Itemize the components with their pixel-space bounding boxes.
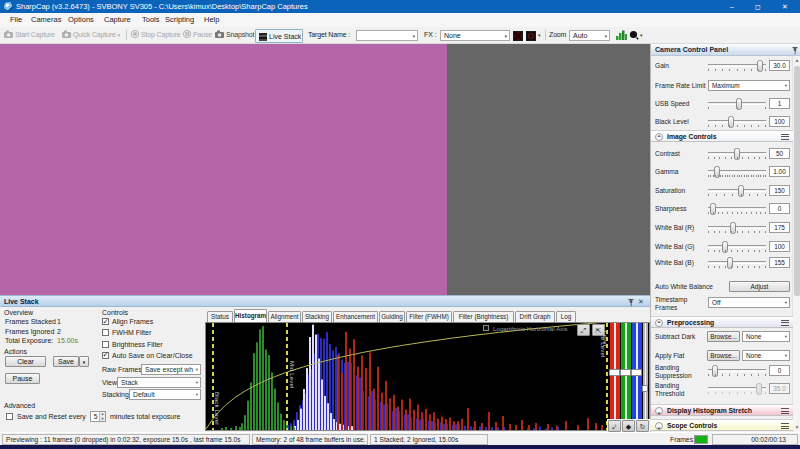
zoom-combo[interactable]: Auto▾ (569, 30, 610, 41)
snapshot-button[interactable]: Snapshot (215, 27, 254, 43)
minutes-spinbox[interactable]: 5▲▼ (90, 411, 106, 422)
log-axis-checkbox[interactable] (483, 325, 489, 331)
reset-stretch-button[interactable]: ↻ (636, 420, 649, 432)
spin-arrows[interactable]: ▲▼ (99, 412, 105, 421)
checkbox-brightness-filter[interactable] (102, 341, 109, 348)
value-banding-threshold[interactable]: 35.0 (769, 383, 790, 394)
checkbox-align-frames[interactable]: ✓ (102, 318, 109, 325)
slider-track-black-level[interactable] (708, 120, 766, 123)
stretch-handle-red[interactable] (609, 369, 620, 376)
stop-capture-button[interactable]: Stop Capture (131, 27, 180, 43)
pin-icon[interactable] (791, 45, 798, 54)
scrollbar-thumb[interactable] (794, 66, 800, 296)
save-reset-checkbox[interactable] (6, 413, 13, 420)
menu-item-tools[interactable]: Tools (142, 13, 160, 27)
menu-item-help[interactable]: Help (204, 13, 219, 27)
tab-filter-brightness-[interactable]: Filter (Brightness) (453, 311, 514, 322)
combo-subtract-dark[interactable]: None▾ (742, 331, 790, 342)
value-white-bal-b[interactable]: 155 (769, 257, 790, 268)
pause-button[interactable]: Pause (183, 27, 212, 43)
slider-track-saturation[interactable] (708, 189, 766, 192)
save-button[interactable]: Save (53, 356, 79, 367)
camera-panel-scrollbar[interactable]: ▲ ▼ (792, 56, 800, 432)
auto-stretch-button[interactable]: ⤦ (608, 420, 621, 432)
value-usb-speed[interactable]: 1 (769, 98, 790, 109)
value-black-level[interactable]: 100 (769, 116, 790, 127)
value-banding-suppression[interactable]: 0 (769, 365, 790, 376)
overview-label: Total Exposure: (5, 337, 53, 344)
expand-histogram-button[interactable]: ⤢ (577, 324, 590, 336)
scroll-up-icon[interactable]: ▲ (793, 56, 800, 65)
value-sharpness[interactable]: 0 (769, 203, 790, 214)
value-white-bal-g[interactable]: 100 (769, 241, 790, 252)
tab-histogram[interactable]: Histogram (234, 309, 267, 322)
menu-icon[interactable] (781, 423, 789, 429)
target-name-combo[interactable]: ▾ (356, 30, 418, 41)
menu-icon[interactable] (781, 408, 789, 414)
minimize-button[interactable]: – (719, 0, 745, 13)
stretch-bar-gray[interactable] (643, 323, 648, 420)
tab-log[interactable]: Log (556, 311, 576, 322)
stretch-handle-blue[interactable] (631, 369, 642, 376)
stretch-handle-gray[interactable] (642, 385, 648, 392)
combo-view[interactable]: Stack▾ (117, 377, 201, 388)
value-contrast[interactable]: 50 (769, 148, 790, 159)
menu-icon[interactable] (781, 134, 789, 140)
browse-button-subtract-dark[interactable]: Browse... (707, 331, 740, 342)
stretch-handle-green[interactable] (620, 369, 631, 376)
combo-timestamp-frames[interactable]: Off▾ (708, 297, 790, 308)
slider-track-sharpness[interactable] (708, 207, 766, 210)
menu-item-options[interactable]: Options (68, 13, 94, 27)
value-saturation[interactable]: 150 (769, 185, 790, 196)
color-swatch-button-2[interactable] (526, 31, 536, 41)
section-header-scope-controls[interactable]: ⌄Scope Controls (651, 419, 793, 431)
quick-capture-button[interactable]: Quick Capture ▾ (62, 27, 120, 43)
pause-button[interactable]: Pause (5, 373, 40, 384)
combo-apply-flat[interactable]: None▾ (742, 350, 790, 361)
color-swatch-button-1[interactable] (513, 31, 523, 41)
tab-status[interactable]: Status (207, 311, 233, 322)
value-gamma[interactable]: 1.00 (769, 166, 790, 177)
scroll-down-icon[interactable]: ▼ (793, 423, 800, 432)
browse-button-apply-flat[interactable]: Browse... (707, 350, 740, 361)
live-stack-button[interactable]: Live Stack (255, 29, 303, 43)
tab-filter-fwhm-[interactable]: Filter (FWHM) (406, 311, 452, 322)
tab-enhancement[interactable]: Enhancement (333, 311, 378, 322)
menu-item-cameras[interactable]: Cameras (31, 13, 61, 27)
maximize-button[interactable]: ◻ (745, 0, 771, 13)
tab-alignment[interactable]: Alignment (268, 311, 301, 322)
chevron-down-icon[interactable]: ▾ (640, 27, 642, 43)
section-header-preprocessing[interactable]: ⌃Preprocessing (651, 316, 793, 328)
clear-button[interactable]: Clear (5, 356, 46, 367)
spin-down-icon[interactable]: ▼ (100, 417, 105, 422)
save-dropdown-button[interactable]: ▾ (79, 356, 89, 367)
slider-track-white-bal-b[interactable] (708, 261, 766, 264)
tab-stacking[interactable]: Stacking (302, 311, 332, 322)
tab-guiding[interactable]: Guiding (379, 311, 405, 322)
start-capture-button[interactable]: Start Capture (4, 27, 55, 43)
section-header-image-controls[interactable]: ⌃Image Controls (651, 130, 793, 142)
combo-frame-rate-limit[interactable]: Maximum▾ (708, 80, 790, 91)
close-icon[interactable]: ✕ (638, 297, 645, 306)
pin-icon[interactable] (627, 297, 634, 306)
fx-combo[interactable]: None▾ (440, 30, 510, 41)
slider-track-white-bal-g[interactable] (708, 245, 766, 248)
slider-track-white-bal-r[interactable] (708, 226, 766, 229)
combo-stacking[interactable]: Default▾ (129, 389, 201, 400)
menu-item-file[interactable]: File (10, 13, 22, 27)
chevron-down-icon[interactable]: ▾ (538, 27, 540, 43)
value-gain[interactable]: 30.0 (769, 60, 790, 71)
menu-icon[interactable] (781, 320, 789, 326)
checkbox-auto-save-on-clear-close[interactable]: ✓ (102, 352, 109, 359)
close-button[interactable]: ✕ (772, 0, 798, 13)
combo-raw-frames[interactable]: Save except wh▾ (141, 364, 201, 375)
adjust-button[interactable]: Adjust (729, 281, 790, 292)
midtone-button[interactable]: ◆ (622, 420, 635, 432)
checkbox-fwhm-filter[interactable] (102, 329, 109, 336)
value-white-bal-r[interactable]: 175 (769, 222, 790, 233)
section-header-display-histogram-stretch[interactable]: ⌄Display Histogram Stretch (651, 404, 793, 416)
preview-image-area[interactable] (0, 44, 447, 295)
menu-item-capture[interactable]: Capture (104, 13, 131, 27)
menu-item-scripting[interactable]: Scripting (165, 13, 194, 27)
tab-drift-graph[interactable]: Drift Graph (515, 311, 555, 322)
